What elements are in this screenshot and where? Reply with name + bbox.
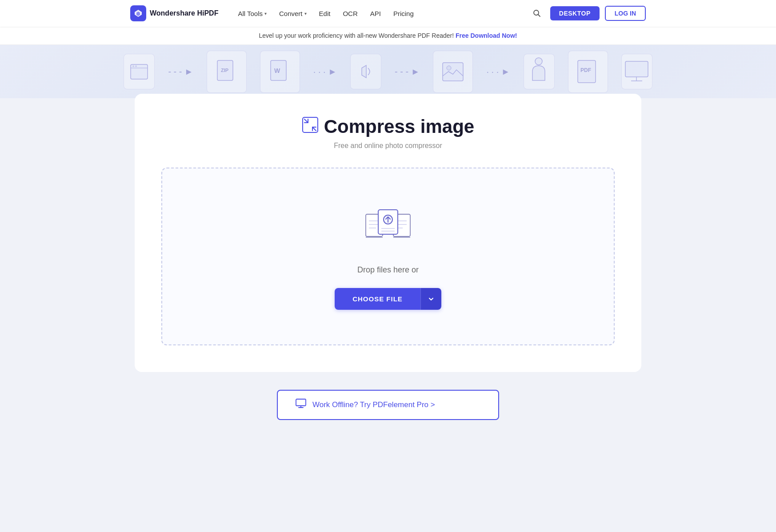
illus-arrow-1: - - - ► [168, 67, 193, 77]
main-content: Compress image Free and online photo com… [0, 98, 776, 530]
illus-pdf: PDF [568, 51, 608, 93]
convert-chevron-icon: ▾ [304, 11, 307, 16]
nav-api[interactable]: API [365, 6, 386, 21]
illus-arrow-2: · · · ► [313, 67, 337, 77]
offline-text: Work Offline? Try PDFelement Pro > [312, 400, 435, 409]
illus-person [524, 54, 555, 89]
search-button[interactable] [529, 5, 545, 21]
tool-card: Compress image Free and online photo com… [135, 94, 641, 372]
promo-banner: Level up your work proficiency with all-… [0, 27, 776, 45]
illus-arrow-3: - - - ► [395, 67, 420, 77]
hero-illustration: - - - ► ZIP W · · · ► - - - ► [0, 45, 776, 98]
illus-landscape [433, 51, 473, 93]
svg-point-13 [535, 58, 542, 65]
illus-arrow-4: · · · ► [486, 67, 510, 77]
brand-logo-icon [130, 5, 146, 21]
svg-point-12 [447, 66, 451, 70]
nav-all-tools[interactable]: All Tools ▾ [232, 6, 272, 21]
brand-name: Wondershare HiPDF [150, 9, 218, 17]
promo-link[interactable]: Free Download Now! [456, 32, 517, 39]
all-tools-chevron-icon: ▾ [264, 11, 267, 16]
nav-ocr[interactable]: OCR [337, 6, 363, 21]
illus-word: W [260, 51, 300, 93]
svg-rect-34 [296, 399, 306, 406]
compress-icon [302, 116, 319, 137]
svg-text:W: W [274, 67, 280, 74]
navbar: Wondershare HiPDF All Tools ▾ Convert ▾ … [0, 0, 776, 27]
illus-browser [124, 54, 155, 89]
brand-logo-link[interactable]: Wondershare HiPDF [130, 5, 218, 21]
nav-links: All Tools ▾ Convert ▾ Edit OCR API Prici… [232, 6, 514, 21]
drop-text: Drop files here or [357, 265, 419, 275]
svg-marker-10 [362, 65, 366, 78]
svg-text:ZIP: ZIP [221, 68, 228, 73]
svg-rect-11 [443, 63, 463, 81]
nav-convert[interactable]: Convert ▾ [274, 6, 312, 21]
nav-actions: DESKTOP LOG IN [529, 5, 646, 21]
upload-illustration [364, 203, 412, 252]
login-button[interactable]: LOG IN [605, 6, 646, 21]
offline-banner-wrapper: Work Offline? Try PDFelement Pro > [135, 390, 641, 420]
drop-zone[interactable]: Drop files here or CHOOSE FILE [161, 168, 615, 345]
promo-text: Level up your work proficiency with all-… [259, 32, 454, 39]
choose-file-button[interactable]: CHOOSE FILE [335, 288, 420, 310]
nav-pricing[interactable]: Pricing [388, 6, 419, 21]
illus-zip: ZIP [207, 51, 247, 93]
tool-title-text: Compress image [324, 116, 474, 137]
nav-edit[interactable]: Edit [314, 6, 336, 21]
svg-line-1 [538, 15, 540, 17]
tool-title-wrapper: Compress image [161, 116, 615, 137]
svg-rect-16 [625, 61, 648, 77]
tool-subtitle: Free and online photo compressor [161, 142, 615, 150]
offline-banner[interactable]: Work Offline? Try PDFelement Pro > [277, 390, 499, 420]
svg-point-4 [132, 65, 134, 67]
illus-speaker [350, 54, 381, 89]
svg-text:PDF: PDF [580, 67, 591, 73]
svg-point-5 [135, 65, 137, 67]
desktop-button[interactable]: DESKTOP [550, 6, 600, 20]
tool-header: Compress image Free and online photo com… [161, 116, 615, 150]
illus-monitor [621, 54, 652, 89]
chevron-down-icon [428, 296, 434, 302]
choose-file-wrapper: CHOOSE FILE [335, 288, 441, 310]
monitor-icon [296, 399, 306, 411]
choose-file-dropdown-button[interactable] [420, 288, 441, 310]
